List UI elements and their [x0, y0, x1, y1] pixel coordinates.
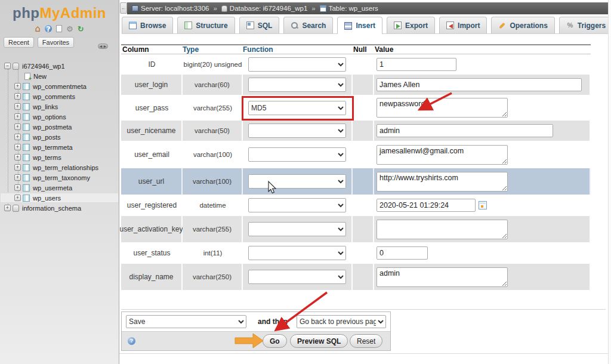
- sidebar-collapse-button[interactable]: ←: [120, 2, 127, 14]
- tree-item-wp-commentmeta[interactable]: +wp_commentmeta: [0, 81, 119, 91]
- breadcrumb-item[interactable]: Table: wp_users: [320, 5, 378, 12]
- value-field-display_name[interactable]: [377, 267, 508, 287]
- panel-resize-handle[interactable]: ◄►: [98, 44, 108, 49]
- tab-export[interactable]: Export: [387, 17, 435, 33]
- value-field-user_activation_key[interactable]: [377, 220, 508, 239]
- expand-icon[interactable]: +: [14, 154, 21, 161]
- tree-item-new[interactable]: New: [0, 71, 119, 81]
- breadcrumb: Server: localhost:3306»Database: i672494…: [127, 2, 608, 14]
- expand-icon[interactable]: +: [14, 103, 21, 110]
- scrollbar-track[interactable]: [608, 0, 611, 364]
- structure-icon: [184, 21, 192, 29]
- breadcrumb-label: Database: i6724946_wp1: [230, 5, 307, 12]
- value-cell: [374, 95, 591, 120]
- value-cell: [374, 243, 591, 263]
- function-cell: [243, 195, 353, 215]
- function-cell: [243, 141, 353, 168]
- tree-item-wp-comments[interactable]: +wp_comments: [0, 91, 119, 101]
- tree-item-label: wp_terms: [33, 154, 61, 161]
- tree-item-wp-termmeta[interactable]: +wp_termmeta: [0, 142, 119, 152]
- expand-icon[interactable]: +: [14, 144, 21, 150]
- tree-item-wp-links[interactable]: +wp_links: [0, 101, 119, 112]
- function-select-display_name[interactable]: [248, 270, 346, 284]
- tab-search[interactable]: Search: [283, 17, 333, 33]
- value-field-user_status[interactable]: [377, 246, 428, 260]
- collapse-icon[interactable]: −: [4, 63, 11, 69]
- preview-sql-button[interactable]: Preview SQL: [290, 334, 348, 348]
- breadcrumb-item[interactable]: Database: i6724946_wp1: [221, 5, 307, 12]
- function-select-user_status[interactable]: [248, 246, 346, 260]
- tree-item-wp-term-taxonomy[interactable]: +wp_term_taxonomy: [0, 172, 119, 183]
- tree-item-label: information_schema: [22, 205, 81, 212]
- home-icon[interactable]: ⌂: [35, 25, 41, 33]
- null-cell: [353, 216, 374, 242]
- tab-label: Operations: [510, 21, 547, 30]
- value-field-user_pass[interactable]: [377, 98, 508, 118]
- function-select-user_login[interactable]: [248, 78, 346, 92]
- tree-item-wp-options[interactable]: +wp_options: [0, 112, 119, 122]
- function-cell: [243, 168, 353, 195]
- favorites-button[interactable]: Favorites: [38, 37, 74, 48]
- after-insert-select[interactable]: Go back to previous page: [297, 315, 386, 328]
- function-select-user_registered[interactable]: [248, 198, 346, 212]
- value-field-user_email[interactable]: [377, 145, 508, 165]
- tree-item-wp-terms[interactable]: +wp_terms: [0, 152, 119, 162]
- tree-item-information-schema[interactable]: +information_schema: [0, 203, 119, 213]
- expand-icon[interactable]: +: [14, 174, 21, 181]
- tab-sql[interactable]: SQL: [239, 17, 280, 33]
- reset-button[interactable]: Reset: [350, 334, 382, 348]
- go-button[interactable]: Go: [263, 334, 287, 348]
- search-icon: [291, 21, 298, 29]
- sidebar-toolbar: ⌂ ? ⚙ ↻: [0, 24, 119, 33]
- tab-browse[interactable]: Browse: [122, 17, 173, 33]
- tree-item-database[interactable]: −i6724946_wp1: [0, 61, 119, 71]
- calendar-icon[interactable]: [479, 201, 487, 209]
- tab-operations[interactable]: Operations: [491, 17, 554, 33]
- documentation-icon[interactable]: [56, 25, 62, 32]
- table-icon: [23, 113, 30, 121]
- value-field-user_login[interactable]: [377, 78, 582, 91]
- function-select-user_url[interactable]: [248, 174, 346, 189]
- settings-icon[interactable]: ⚙: [66, 25, 73, 33]
- tree-item-wp-posts[interactable]: +wp_posts: [0, 132, 119, 142]
- logout-icon[interactable]: ?: [45, 25, 52, 32]
- function-select-id[interactable]: [248, 57, 346, 72]
- function-select-user_activation_key[interactable]: [248, 222, 346, 236]
- expand-icon[interactable]: +: [14, 124, 21, 130]
- tab-structure[interactable]: Structure: [177, 17, 234, 33]
- expand-icon[interactable]: +: [14, 134, 21, 140]
- help-icon[interactable]: ?: [128, 337, 135, 345]
- insert-action-select[interactable]: Save: [126, 315, 246, 328]
- column-type: varchar(100): [183, 141, 243, 168]
- value-field-user_nicename[interactable]: [377, 124, 553, 137]
- tree-item-wp-users[interactable]: +wp_users: [0, 193, 119, 203]
- function-cell: [243, 243, 353, 263]
- tab-insert[interactable]: Insert: [337, 17, 382, 34]
- function-cell: [243, 75, 353, 95]
- content-bottom-border: [119, 353, 608, 354]
- tab-triggers[interactable]: %Triggers: [559, 17, 611, 33]
- tree-item-wp-usermeta[interactable]: +wp_usermeta: [0, 183, 119, 193]
- function-select-user_email[interactable]: [248, 147, 346, 162]
- value-field-id[interactable]: [377, 58, 456, 71]
- tree-item-wp-term-relationships[interactable]: +wp_term_relationships: [0, 162, 119, 172]
- expand-icon[interactable]: +: [14, 93, 21, 100]
- expand-icon[interactable]: +: [14, 184, 21, 191]
- expand-icon[interactable]: +: [14, 164, 21, 171]
- function-select-user_pass[interactable]: MD5: [248, 101, 346, 115]
- expand-icon[interactable]: +: [14, 113, 21, 120]
- tab-import[interactable]: Import: [439, 17, 487, 33]
- column-type: varchar(255): [183, 95, 243, 120]
- reload-icon[interactable]: ↻: [78, 25, 84, 33]
- expand-icon[interactable]: +: [14, 83, 21, 90]
- tree-item-wp-postmeta[interactable]: +wp_postmeta: [0, 122, 119, 132]
- column-name: user_login: [121, 75, 183, 95]
- expand-icon[interactable]: +: [4, 205, 11, 211]
- value-field-user_url[interactable]: [377, 172, 508, 192]
- breadcrumb-item[interactable]: Server: localhost:3306: [132, 5, 209, 12]
- recent-button[interactable]: Recent: [4, 37, 34, 48]
- function-select-user_nicename[interactable]: [248, 124, 346, 138]
- value-field-user_registered[interactable]: [377, 199, 476, 212]
- expand-icon[interactable]: +: [14, 195, 21, 201]
- field-row-user_pass: user_passvarchar(255)MD5: [121, 95, 591, 121]
